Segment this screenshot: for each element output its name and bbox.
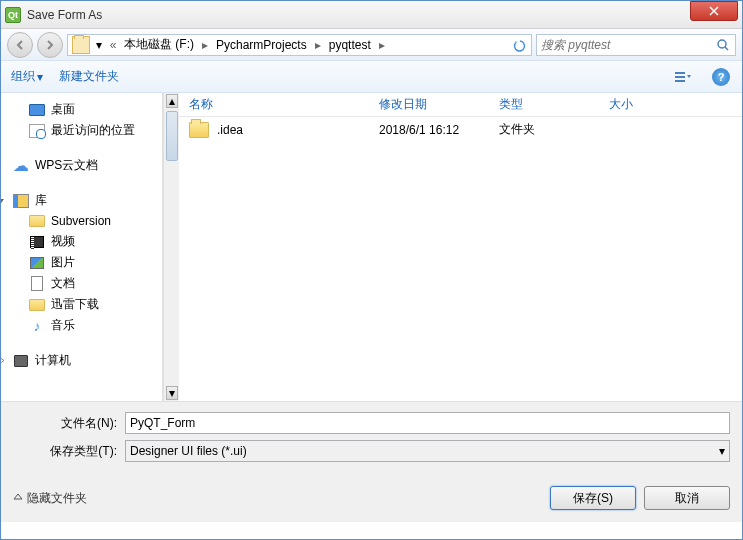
dropdown-icon: ▾ — [719, 444, 725, 458]
breadcrumb-item[interactable]: 本地磁盘 (F:) — [120, 35, 198, 55]
sidebar-label: 库 — [35, 192, 47, 209]
breadcrumb-item[interactable]: pyqttest — [325, 35, 375, 55]
folder-icon — [29, 299, 45, 311]
folder-icon — [72, 36, 90, 54]
search-box[interactable] — [536, 34, 736, 56]
help-icon: ? — [712, 68, 730, 86]
sidebar-item-subversion[interactable]: Subversion — [1, 211, 162, 231]
picture-icon — [30, 257, 44, 269]
sidebar-label: 最近访问的位置 — [51, 122, 135, 139]
breadcrumb-item[interactable]: PycharmProjects — [212, 35, 311, 55]
back-button[interactable] — [7, 32, 33, 58]
save-dialog-window: Qt Save Form As ▾ « 本地磁盘 (F:) ▸ PycharmP… — [0, 0, 743, 540]
view-options-button[interactable] — [672, 66, 694, 88]
save-button[interactable]: 保存(S) — [550, 486, 636, 510]
sidebar-label: 桌面 — [51, 101, 75, 118]
svg-rect-2 — [675, 76, 685, 78]
folder-icon — [29, 215, 45, 227]
sidebar-label: 计算机 — [35, 352, 71, 369]
new-folder-button[interactable]: 新建文件夹 — [59, 68, 119, 85]
filename-input[interactable] — [125, 412, 730, 434]
search-input[interactable] — [541, 38, 715, 52]
titlebar: Qt Save Form As — [1, 1, 742, 29]
library-icon — [13, 194, 29, 208]
column-type[interactable]: 类型 — [499, 96, 609, 113]
file-area: ▴ ▾ 名称 修改日期 类型 大小 .idea 2018/6/1 16:12 — [163, 93, 742, 401]
dropdown-icon: ▾ — [37, 70, 43, 84]
footer: 隐藏文件夹 保存(S) 取消 — [1, 474, 742, 522]
filetype-select[interactable]: Designer UI files (*.ui) ▾ — [125, 440, 730, 462]
scroll-down-icon[interactable]: ▾ — [166, 386, 178, 400]
sidebar-item-xunlei[interactable]: 迅雷下载 — [1, 294, 162, 315]
sidebar-item-libraries[interactable]: 库 — [1, 190, 162, 211]
sidebar-label: 图片 — [51, 254, 75, 271]
desktop-icon — [29, 104, 45, 116]
hide-folders-label: 隐藏文件夹 — [27, 490, 87, 507]
filetype-value: Designer UI files (*.ui) — [130, 444, 247, 458]
search-icon[interactable] — [715, 37, 731, 53]
cloud-icon: ☁ — [13, 158, 29, 174]
file-list[interactable]: 名称 修改日期 类型 大小 .idea 2018/6/1 16:12 文件夹 — [179, 93, 742, 401]
filetype-label: 保存类型(T): — [13, 443, 125, 460]
breadcrumb-dropdown-icon[interactable]: ▾ — [92, 35, 106, 55]
refresh-icon[interactable] — [511, 37, 529, 55]
file-type: 文件夹 — [499, 121, 609, 138]
sidebar-label: 文档 — [51, 275, 75, 292]
collapse-icon[interactable] — [1, 196, 5, 206]
form-panel: 文件名(N): 保存类型(T): Designer UI files (*.ui… — [1, 401, 742, 474]
close-button[interactable] — [690, 1, 738, 21]
sidebar-item-pictures[interactable]: 图片 — [1, 252, 162, 273]
file-date: 2018/6/1 16:12 — [379, 123, 499, 137]
column-size[interactable]: 大小 — [609, 96, 689, 113]
filename-label: 文件名(N): — [13, 415, 125, 432]
folder-icon — [189, 122, 209, 138]
breadcrumb[interactable]: ▾ « 本地磁盘 (F:) ▸ PycharmProjects ▸ pyqtte… — [67, 34, 532, 56]
expand-icon[interactable] — [1, 356, 5, 366]
sidebar-label: 视频 — [51, 233, 75, 250]
organize-menu[interactable]: 组织 ▾ — [11, 68, 43, 85]
scroll-thumb[interactable] — [166, 111, 178, 161]
chevron-right-icon[interactable]: ▸ — [375, 35, 389, 55]
hide-folders-toggle[interactable]: 隐藏文件夹 — [13, 490, 87, 507]
music-icon: ♪ — [29, 318, 45, 334]
organize-label: 组织 — [11, 68, 35, 85]
svg-rect-3 — [675, 80, 685, 82]
sidebar-item-documents[interactable]: 文档 — [1, 273, 162, 294]
help-button[interactable]: ? — [710, 66, 732, 88]
sidebar-item-wps-cloud[interactable]: ☁ WPS云文档 — [1, 155, 162, 176]
sidebar: 桌面 最近访问的位置 ☁ WPS云文档 库 — [1, 93, 163, 401]
toolbar: 组织 ▾ 新建文件夹 ? — [1, 61, 742, 93]
forward-button[interactable] — [37, 32, 63, 58]
column-name[interactable]: 名称 — [189, 96, 379, 113]
sidebar-label: 音乐 — [51, 317, 75, 334]
scroll-up-icon[interactable]: ▴ — [166, 94, 178, 108]
svg-point-0 — [718, 40, 726, 48]
app-icon: Qt — [5, 7, 21, 23]
column-date[interactable]: 修改日期 — [379, 96, 499, 113]
sidebar-scrollbar[interactable]: ▴ ▾ — [163, 93, 179, 401]
sidebar-label: 迅雷下载 — [51, 296, 99, 313]
chevron-right-icon[interactable]: ▸ — [198, 35, 212, 55]
sidebar-item-videos[interactable]: 视频 — [1, 231, 162, 252]
file-name: .idea — [217, 123, 243, 137]
sidebar-item-computer[interactable]: 计算机 — [1, 350, 162, 371]
collapse-icon — [13, 491, 23, 505]
video-icon — [30, 236, 44, 248]
sidebar-label: WPS云文档 — [35, 157, 98, 174]
sidebar-item-recent[interactable]: 最近访问的位置 — [1, 120, 162, 141]
sidebar-item-music[interactable]: ♪ 音乐 — [1, 315, 162, 336]
chevron-right-icon[interactable]: ▸ — [311, 35, 325, 55]
cancel-button[interactable]: 取消 — [644, 486, 730, 510]
window-title: Save Form As — [27, 8, 690, 22]
file-row[interactable]: .idea 2018/6/1 16:12 文件夹 — [179, 117, 742, 142]
computer-icon — [14, 355, 28, 367]
recent-icon — [29, 124, 45, 138]
svg-rect-1 — [675, 72, 685, 74]
sidebar-item-desktop[interactable]: 桌面 — [1, 99, 162, 120]
nav-bar: ▾ « 本地磁盘 (F:) ▸ PycharmProjects ▸ pyqtte… — [1, 29, 742, 61]
body-area: 桌面 最近访问的位置 ☁ WPS云文档 库 — [1, 93, 742, 401]
chevron-left-double-icon[interactable]: « — [106, 35, 120, 55]
sidebar-label: Subversion — [51, 214, 111, 228]
column-headers: 名称 修改日期 类型 大小 — [179, 93, 742, 117]
document-icon — [31, 276, 43, 291]
